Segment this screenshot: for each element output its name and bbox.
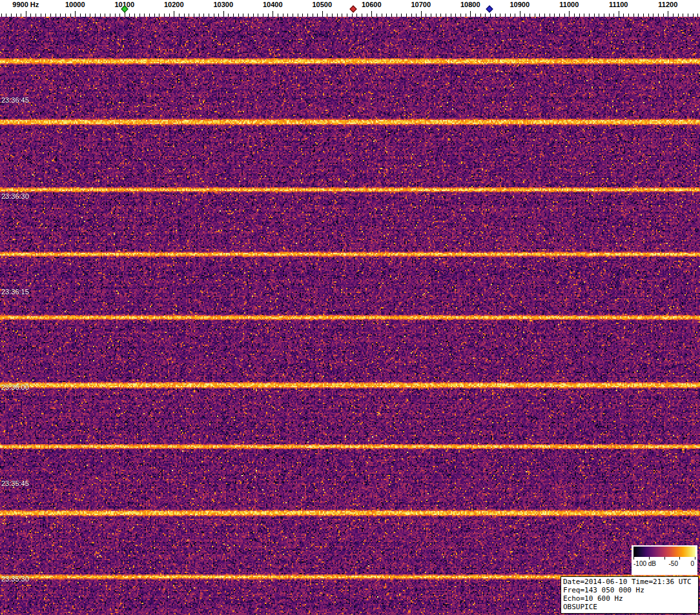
minor-tick [1,14,2,17]
minor-tick [673,14,674,17]
legend-label-mid: -50 [669,560,678,567]
minor-tick [386,14,387,17]
minor-tick [164,14,165,17]
observation-info-box: Date=2014-06-10 Time=21:36 UTC Freq=143 … [561,576,699,614]
minor-tick [248,14,249,17]
minor-tick [530,14,530,17]
minor-tick [110,14,110,17]
minor-tick [65,14,66,17]
minor-tick [648,14,649,17]
minor-tick [678,14,679,17]
minor-tick [278,14,278,17]
minor-tick [85,14,86,17]
minor-tick [440,14,441,17]
minor-tick [228,14,229,17]
freq-label: 10700 [411,1,431,8]
legend-label-max: 0 [690,560,694,567]
minor-tick [134,14,135,17]
minor-tick [455,14,456,17]
blue-frequency-marker[interactable] [486,5,493,12]
minor-tick [41,14,41,17]
freq-label: 11000 [559,1,579,8]
minor-tick [391,14,392,17]
frequency-ruler[interactable]: 9900 Hz100001010010200103001040010500106… [0,0,700,17]
minor-tick [179,14,180,17]
minor-tick [139,14,140,17]
minor-tick [199,14,200,17]
major-tick [470,11,471,17]
time-label: 23:35:45 [1,479,29,487]
time-label: 23:36:00 [1,383,29,391]
minor-tick [129,14,130,17]
minor-tick [347,14,347,17]
minor-tick [356,14,357,17]
info-echo-line: Echo=10 600 Hz [563,594,696,603]
legend-tick [664,557,665,560]
minor-tick [416,14,417,17]
minor-tick [683,14,683,17]
minor-tick [115,14,116,17]
minor-tick [638,14,639,17]
minor-tick [169,14,170,17]
minor-tick [209,14,209,17]
minor-tick [253,14,254,17]
minor-tick [327,14,327,17]
minor-tick [460,14,461,17]
red-frequency-marker[interactable] [349,5,356,12]
minor-tick [411,14,412,17]
major-tick [75,11,76,17]
minor-tick [524,14,525,17]
minor-tick [653,14,654,17]
info-date-line: Date=2014-06-10 Time=21:36 UTC [563,578,696,586]
minor-tick [189,14,189,17]
minor-tick [159,14,160,17]
minor-tick [490,14,491,17]
minor-tick [90,14,90,17]
freq-label: 10000 [65,1,85,8]
major-tick [421,11,422,17]
minor-tick [609,14,610,17]
minor-tick [100,14,101,17]
legend-tick [633,557,634,560]
minor-tick [95,14,96,17]
colormap-gradient [633,547,695,557]
legend-tick-row [633,557,695,560]
minor-tick [307,14,308,17]
minor-tick [50,14,51,17]
minor-tick [30,14,31,17]
major-tick [223,11,224,17]
waterfall-area: 23:36:4523:36:3023:36:1523:36:0023:35:45… [0,17,700,615]
spectrogram-canvas[interactable] [0,17,700,615]
minor-tick [396,14,397,17]
minor-tick [613,14,614,17]
minor-tick [313,14,313,17]
time-label: 23:36:15 [1,288,29,296]
info-station-line: OBSUPICE [563,603,696,611]
minor-tick [243,14,243,17]
major-tick [520,11,520,17]
minor-tick [663,14,664,17]
minor-tick [688,14,688,17]
minor-tick [559,14,560,17]
freq-label: 10600 [362,1,382,8]
legend-tick [649,557,650,560]
minor-tick [293,14,293,17]
freq-label: 10400 [263,1,283,8]
minor-tick [214,14,214,17]
minor-tick [302,14,303,17]
minor-tick [643,14,644,17]
spectrogram-app: 9900 Hz100001010010200103001040010500106… [0,0,700,615]
minor-tick [11,14,12,17]
minor-tick [697,14,698,17]
minor-tick [268,14,269,17]
minor-tick [451,14,451,17]
minor-tick [119,14,120,17]
freq-label: 11200 [658,1,677,8]
minor-tick [6,14,6,17]
time-label: 23:36:45 [1,96,29,104]
minor-tick [342,14,342,17]
minor-tick [362,14,362,17]
major-tick [174,11,174,17]
minor-tick [105,14,105,17]
minor-tick [510,14,511,17]
